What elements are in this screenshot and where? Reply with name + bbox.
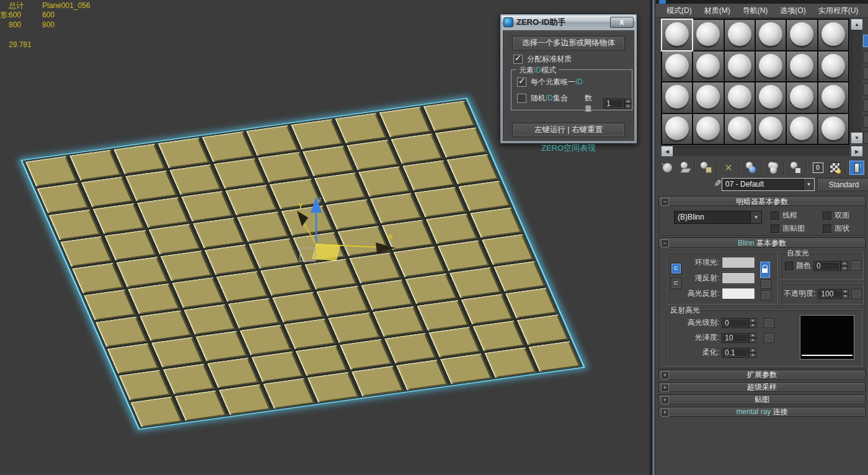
- box-cell[interactable]: [193, 218, 244, 248]
- pick-material-eyedropper-icon[interactable]: ✎: [711, 178, 722, 190]
- box-cell[interactable]: [494, 261, 545, 291]
- box-cell[interactable]: [458, 181, 510, 211]
- box-cell[interactable]: [435, 127, 487, 158]
- blinn-rollout-header[interactable]: − Blinn 基本参数: [658, 238, 866, 247]
- diffuse-map-button[interactable]: [761, 279, 771, 289]
- options-icon[interactable]: [863, 131, 868, 144]
- box-cell[interactable]: [151, 337, 203, 367]
- make-preview-icon[interactable]: [863, 115, 868, 128]
- box-cell[interactable]: [140, 310, 191, 340]
- box-cell[interactable]: [228, 298, 280, 328]
- box-cell[interactable]: [284, 319, 335, 349]
- box-cell[interactable]: [117, 257, 168, 287]
- material-id-channel-icon[interactable]: 0: [810, 161, 825, 175]
- box-cell[interactable]: [303, 146, 354, 176]
- box-cell[interactable]: [60, 236, 112, 267]
- menu-item[interactable]: 导航(N): [737, 4, 774, 17]
- unique-id-checkbox[interactable]: [517, 78, 526, 87]
- box-cell[interactable]: [170, 164, 221, 195]
- box-cell[interactable]: [426, 214, 477, 244]
- scroll-up-button[interactable]: ▲: [851, 19, 863, 30]
- box-cell[interactable]: [384, 333, 436, 363]
- dialog-close-button[interactable]: X: [610, 17, 634, 28]
- collapsed-rollout-header[interactable]: + 贴图: [658, 394, 866, 404]
- show-end-result-icon[interactable]: ↑: [849, 161, 864, 175]
- box-cell[interactable]: [125, 171, 177, 201]
- material-sample-slot[interactable]: [693, 51, 723, 82]
- box-cell[interactable]: [25, 156, 77, 187]
- box-cell[interactable]: [247, 125, 298, 156]
- box-cell[interactable]: [373, 306, 424, 337]
- spin-up-icon[interactable]: ▲: [841, 289, 849, 294]
- box-cell[interactable]: [131, 397, 182, 427]
- spin-down-icon[interactable]: ▼: [841, 294, 849, 299]
- box-cell[interactable]: [72, 263, 123, 293]
- box-cell[interactable]: [317, 286, 368, 316]
- box-cell[interactable]: [291, 119, 342, 149]
- box-cell[interactable]: [184, 304, 236, 334]
- box-cell[interactable]: [93, 203, 144, 234]
- material-sample-slot[interactable]: [662, 51, 692, 82]
- combo-arrow-icon[interactable]: ▼: [803, 179, 814, 190]
- box-cell[interactable]: [450, 267, 501, 298]
- material-sample-slot[interactable]: [756, 114, 786, 144]
- material-sample-slot[interactable]: [693, 114, 723, 144]
- menu-item[interactable]: 实用程序(U): [813, 4, 864, 17]
- box-cell[interactable]: [447, 154, 498, 185]
- make-unique-icon[interactable]: [766, 161, 781, 175]
- scroll-right-button[interactable]: ▶: [851, 146, 863, 157]
- box-cell[interactable]: [163, 364, 215, 394]
- zero-footer-link[interactable]: ZERO空间表现: [503, 143, 634, 154]
- specular-level-map-button[interactable]: [764, 318, 774, 328]
- self-illum-color-checkbox[interactable]: [785, 262, 794, 270]
- box-cell[interactable]: [470, 208, 521, 238]
- shader-type-value[interactable]: (B)Blinn: [675, 211, 750, 223]
- box-cell[interactable]: [423, 100, 475, 131]
- specular-level-value[interactable]: 0: [722, 318, 749, 328]
- material-sample-slot[interactable]: [756, 82, 786, 113]
- box-cell[interactable]: [396, 360, 448, 390]
- run-reset-button[interactable]: 左键运行 | 右键重置: [512, 123, 625, 137]
- box-cell[interactable]: [258, 152, 309, 182]
- material-sample-slot[interactable]: [725, 114, 755, 144]
- box-cell[interactable]: [149, 224, 200, 254]
- box-cell[interactable]: [472, 321, 524, 351]
- material-sample-slot[interactable]: [787, 51, 817, 82]
- spin-up-icon[interactable]: ▲: [749, 348, 756, 353]
- dialog-titlebar[interactable]: ZERO-ID助手 X: [502, 16, 636, 29]
- spin-down-icon[interactable]: ▼: [624, 104, 632, 109]
- box-cell[interactable]: [207, 358, 259, 388]
- material-sample-slot[interactable]: [693, 82, 723, 113]
- spin-down-icon[interactable]: ▼: [749, 323, 756, 328]
- spin-down-icon[interactable]: ▼: [841, 266, 848, 271]
- box-cell[interactable]: [158, 138, 210, 168]
- zero-id-dialog[interactable]: ZERO-ID助手 X 选择一个多边形或网络物体 分配标准材质 元素ID模式 每…: [500, 14, 637, 144]
- put-to-library-icon[interactable]: [788, 161, 803, 175]
- material-sample-slot[interactable]: [787, 82, 817, 113]
- count-value[interactable]: 1: [603, 99, 624, 109]
- material-type-button[interactable]: Standard: [817, 178, 868, 191]
- shader-rollout-header[interactable]: − 明暗器基本参数: [658, 196, 866, 206]
- box-cell[interactable]: [49, 210, 100, 240]
- spin-down-icon[interactable]: ▼: [749, 338, 756, 343]
- box-cell[interactable]: [484, 347, 536, 378]
- material-sample-slot[interactable]: [725, 20, 755, 50]
- lock-diffuse-specular-button[interactable]: ⊏: [671, 278, 681, 289]
- box-cell[interactable]: [352, 366, 403, 396]
- scroll-left-button[interactable]: ◀: [661, 146, 673, 157]
- ambient-diffuse-padlock-icon[interactable]: [760, 262, 770, 278]
- combo-arrow-icon[interactable]: ▼: [750, 211, 761, 223]
- material-sample-slot[interactable]: [787, 114, 817, 144]
- two-sided-checkbox[interactable]: [823, 211, 831, 220]
- box-cell[interactable]: [440, 353, 492, 384]
- box-cell[interactable]: [226, 185, 277, 215]
- box-cell[interactable]: [347, 140, 398, 170]
- show-shaded-material-in-viewport-icon[interactable]: [827, 161, 842, 175]
- opacity-value[interactable]: 100: [818, 289, 841, 299]
- menu-item[interactable]: 材质(M): [699, 4, 736, 17]
- box-cell[interactable]: [161, 251, 212, 281]
- material-sample-slot[interactable]: [818, 82, 848, 113]
- assign-material-to-selection-icon[interactable]: [699, 161, 714, 175]
- assign-standard-material-checkbox[interactable]: [513, 55, 523, 64]
- material-sample-slot[interactable]: [725, 51, 755, 82]
